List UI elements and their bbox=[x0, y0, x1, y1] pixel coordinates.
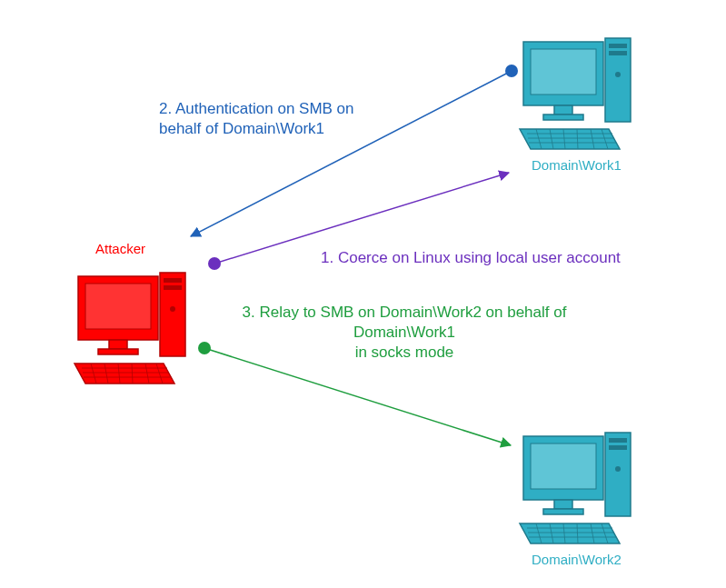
svg-rect-22 bbox=[531, 49, 596, 95]
svg-rect-1 bbox=[164, 278, 182, 283]
label-step3: 3. Relay to SMB on Domain\Work2 on behal… bbox=[191, 303, 618, 363]
svg-rect-17 bbox=[605, 38, 631, 122]
svg-rect-0 bbox=[160, 273, 185, 356]
arrow-origin-step2 bbox=[505, 65, 518, 77]
label-work1: Domain\Work1 bbox=[532, 156, 622, 174]
label-step2: 2. Authentication on SMB on behalf of Do… bbox=[159, 99, 354, 139]
svg-rect-18 bbox=[609, 44, 627, 48]
svg-rect-41 bbox=[543, 509, 583, 514]
svg-rect-34 bbox=[605, 433, 631, 516]
svg-rect-2 bbox=[164, 285, 182, 290]
svg-rect-19 bbox=[609, 51, 627, 55]
svg-rect-24 bbox=[543, 115, 583, 120]
computer-work2 bbox=[518, 424, 636, 550]
computer-attacker bbox=[73, 264, 191, 390]
svg-rect-35 bbox=[609, 438, 627, 443]
label-step1: 1. Coerce on Linux using local user acco… bbox=[321, 248, 621, 268]
svg-rect-7 bbox=[98, 349, 138, 354]
svg-rect-39 bbox=[531, 443, 596, 489]
arrow-origin-step1 bbox=[208, 257, 221, 270]
svg-rect-36 bbox=[609, 445, 627, 450]
label-attacker: Attacker bbox=[95, 240, 145, 258]
svg-rect-5 bbox=[85, 284, 151, 329]
svg-rect-6 bbox=[109, 340, 127, 349]
arrow-step2 bbox=[191, 71, 512, 236]
svg-rect-23 bbox=[554, 105, 572, 115]
svg-point-20 bbox=[615, 72, 621, 77]
svg-point-37 bbox=[615, 466, 621, 472]
label-work2: Domain\Work2 bbox=[532, 551, 622, 569]
svg-rect-40 bbox=[554, 500, 572, 509]
computer-work1 bbox=[518, 29, 636, 155]
svg-point-3 bbox=[170, 306, 175, 312]
